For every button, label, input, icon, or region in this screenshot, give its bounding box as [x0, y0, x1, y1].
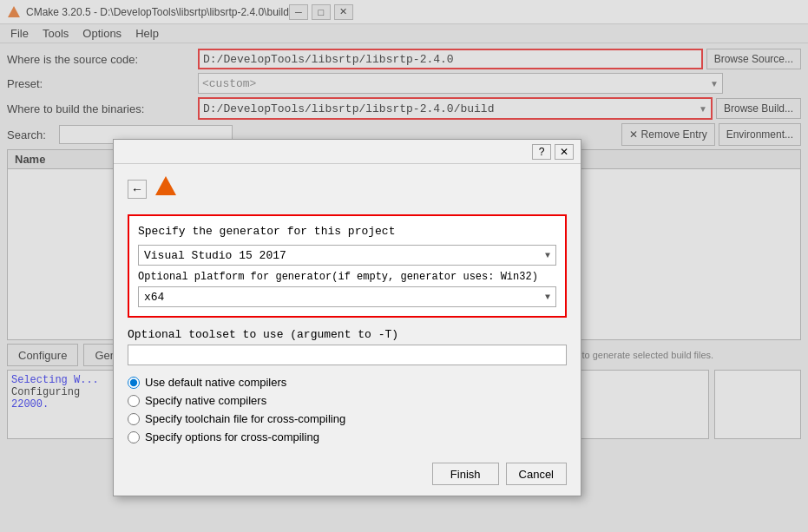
dialog-back-button[interactable]: ←: [128, 180, 147, 199]
dialog-nav: ←: [128, 174, 567, 204]
platform-value: x64: [144, 291, 164, 304]
dialog-help-button[interactable]: ?: [532, 144, 551, 160]
generator-chevron-icon: ▼: [545, 251, 550, 260]
radio-row-3: Specify toolchain file for cross-compili…: [128, 412, 567, 425]
cmake-logo-icon: [154, 174, 178, 204]
platform-chevron-icon: ▼: [545, 292, 550, 302]
radio-row-4: Specify options for cross-compiling: [128, 430, 567, 443]
generator-dialog: ? ✕ ← Specify the generator for this pro…: [113, 139, 581, 496]
radio-row-1: Use default native compilers: [128, 376, 567, 389]
radio-default-compilers[interactable]: [128, 377, 140, 389]
radio-cross-compiling[interactable]: [128, 431, 140, 443]
app-window: CMake 3.20.5 - D:\DevelopTools\libsrtp\l…: [0, 0, 808, 532]
finish-button[interactable]: Finish: [432, 463, 499, 485]
platform-select[interactable]: x64 ▼: [138, 286, 556, 307]
generator-box: Specify the generator for this project V…: [128, 214, 567, 318]
toolset-input[interactable]: [128, 345, 567, 365]
platform-label: Optional platform for generator(if empty…: [138, 271, 556, 283]
svg-marker-1: [155, 176, 176, 195]
dialog-titlebar: ? ✕: [114, 140, 581, 164]
radio-native-compilers[interactable]: [128, 395, 140, 407]
radio-group: Use default native compilers Specify nat…: [128, 376, 567, 443]
dialog-body: ← Specify the generator for this project…: [114, 164, 581, 454]
generator-value: Visual Studio 15 2017: [144, 249, 286, 262]
radio-row-2: Specify native compilers: [128, 394, 567, 407]
dialog-footer: Finish Cancel: [114, 454, 581, 496]
toolset-label: Optional toolset to use (argument to -T): [128, 328, 567, 341]
radio-native-compilers-label: Specify native compilers: [145, 394, 266, 407]
radio-toolchain-label: Specify toolchain file for cross-compili…: [145, 412, 345, 425]
generator-title: Specify the generator for this project: [138, 225, 556, 238]
radio-toolchain-file[interactable]: [128, 413, 140, 425]
dialog-close-button[interactable]: ✕: [555, 144, 574, 160]
radio-default-compilers-label: Use default native compilers: [145, 376, 286, 389]
cancel-button[interactable]: Cancel: [506, 463, 567, 485]
radio-cross-compiling-label: Specify options for cross-compiling: [145, 430, 319, 443]
generator-select[interactable]: Visual Studio 15 2017 ▼: [138, 245, 556, 266]
